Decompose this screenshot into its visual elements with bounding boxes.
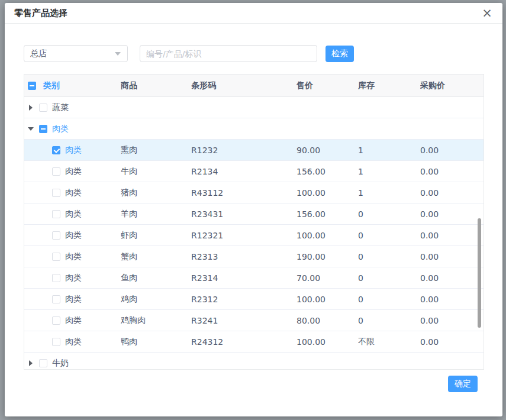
category-label: 蔬菜 <box>52 102 69 113</box>
table-row[interactable]: 肉类鱼肉R231470.0000.00 <box>24 267 484 289</box>
cell-barcode: R2314 <box>191 273 296 283</box>
row-checkbox[interactable] <box>52 167 60 176</box>
dialog-title: 零售产品选择 <box>14 3 67 24</box>
category-label: 肉类 <box>52 124 69 134</box>
column-header-stock-cell: 库存 <box>358 80 420 91</box>
cell-category: 肉类 <box>24 230 121 241</box>
cell-product: 虾肉 <box>121 230 191 241</box>
cell-barcode: R2134 <box>191 167 296 176</box>
close-icon[interactable]: × <box>479 5 495 21</box>
table-row[interactable]: 肉类虾肉R12321100.0000.00 <box>24 225 484 246</box>
cell-product: 鱼肉 <box>121 273 191 283</box>
row-checkbox[interactable] <box>52 338 60 346</box>
cell-product: 鸭肉 <box>121 337 191 347</box>
row-checkbox[interactable] <box>52 295 60 303</box>
cell-category: 肉类 <box>24 166 121 177</box>
cell-stock: 1 <box>358 167 420 176</box>
cell-category: 肉类 <box>24 315 121 326</box>
expand-icon[interactable] <box>29 105 33 111</box>
search-input[interactable] <box>140 45 317 62</box>
cell-barcode: R2313 <box>191 252 296 261</box>
table-row[interactable]: 肉类羊肉R23431156.0000.00 <box>24 203 484 225</box>
column-header-price-cell: 售价 <box>296 80 358 91</box>
column-header-category-cell: 类别 <box>24 80 121 91</box>
cell-barcode: R3241 <box>191 316 296 325</box>
cell-product: 鸡胸肉 <box>121 315 191 326</box>
row-checkbox[interactable] <box>52 316 60 325</box>
cell-product: 鸡肉 <box>121 294 191 305</box>
cell-barcode: R24312 <box>191 337 296 347</box>
table-row[interactable]: 蔬菜 <box>24 97 484 118</box>
category-label: 肉类 <box>65 209 82 219</box>
category-label: 肉类 <box>65 273 82 283</box>
cell-purchase: 0.00 <box>420 231 484 240</box>
chevron-down-icon <box>115 52 121 56</box>
cell-category: 牛奶 <box>24 358 121 369</box>
cell-barcode: R43112 <box>191 188 296 198</box>
cell-stock: 0 <box>358 273 420 283</box>
cell-price: 156.00 <box>296 167 358 176</box>
row-checkbox[interactable] <box>52 210 60 218</box>
cell-stock: 1 <box>358 188 420 198</box>
table-row[interactable]: 牛奶 <box>24 353 484 370</box>
product-select-dialog: 零售产品选择 × 总店 检索 类别 商品 条形码 售价 库存 <box>5 3 502 416</box>
store-select-value: 总店 <box>30 46 47 62</box>
cell-product: 熏肉 <box>121 145 191 156</box>
select-all-checkbox[interactable] <box>28 82 36 90</box>
cell-price: 100.00 <box>296 188 358 198</box>
cell-price: 156.00 <box>296 209 358 219</box>
category-label: 肉类 <box>65 251 82 262</box>
cell-price: 70.00 <box>296 273 358 283</box>
cell-purchase: 0.00 <box>420 252 484 261</box>
cell-category: 肉类 <box>24 209 121 219</box>
category-label: 肉类 <box>65 294 82 305</box>
cell-category: 肉类 <box>24 145 121 156</box>
row-checkbox[interactable] <box>52 274 60 282</box>
search-button[interactable]: 检索 <box>325 46 354 62</box>
table-row[interactable]: 肉类猪肉R43112100.0010.00 <box>24 182 484 203</box>
product-table: 类别 商品 条形码 售价 库存 采购价 蔬菜肉类肉类熏肉R123290.0010… <box>24 74 484 370</box>
cell-price: 100.00 <box>296 295 358 304</box>
row-checkbox[interactable] <box>39 359 47 367</box>
store-select[interactable]: 总店 <box>24 45 128 62</box>
cell-stock: 1 <box>358 146 420 155</box>
cell-purchase: 0.00 <box>420 146 484 155</box>
table-scrollbar[interactable] <box>478 218 481 328</box>
category-label: 肉类 <box>65 166 82 177</box>
row-checkbox[interactable] <box>52 253 60 261</box>
cell-category: 肉类 <box>24 273 121 283</box>
cell-category: 蔬菜 <box>24 102 121 113</box>
cell-product: 羊肉 <box>121 209 191 219</box>
confirm-button[interactable]: 确定 <box>448 376 478 392</box>
table-header: 类别 商品 条形码 售价 库存 采购价 <box>24 75 484 97</box>
table-row[interactable]: 肉类熏肉R123290.0010.00 <box>24 140 484 161</box>
column-header-price: 售价 <box>296 80 313 90</box>
category-label: 肉类 <box>65 188 82 198</box>
cell-product: 猪肉 <box>121 188 191 198</box>
cell-purchase: 0.00 <box>420 273 484 283</box>
table-row[interactable]: 肉类鸡肉R2312100.0000.00 <box>24 289 484 310</box>
expand-icon[interactable] <box>29 360 33 366</box>
table-row[interactable]: 肉类鸡胸肉R324180.0000.00 <box>24 310 484 331</box>
cell-purchase: 0.00 <box>420 209 484 219</box>
cell-category: 肉类 <box>24 124 121 134</box>
collapse-icon[interactable] <box>28 127 34 131</box>
table-row[interactable]: 肉类蟹肉R2313190.0000.00 <box>24 246 484 267</box>
table-row[interactable]: 肉类鸭肉R24312100.00不限0.00 <box>24 331 484 353</box>
category-label: 肉类 <box>65 145 82 156</box>
dialog-header: 零售产品选择 × <box>5 3 502 24</box>
cell-price: 190.00 <box>296 252 358 261</box>
column-header-product: 商品 <box>121 80 137 90</box>
cell-category: 肉类 <box>24 337 121 347</box>
table-row[interactable]: 肉类 <box>24 118 484 140</box>
row-checkbox[interactable] <box>52 231 60 240</box>
cell-price: 100.00 <box>296 337 358 347</box>
row-checkbox[interactable] <box>39 104 47 112</box>
row-checkbox[interactable] <box>52 146 60 154</box>
row-checkbox[interactable] <box>52 189 60 197</box>
cell-purchase: 0.00 <box>420 295 484 304</box>
cell-price: 90.00 <box>296 146 358 155</box>
cell-stock: 0 <box>358 295 420 304</box>
row-checkbox[interactable] <box>39 125 47 133</box>
table-row[interactable]: 肉类牛肉R2134156.0010.00 <box>24 161 484 182</box>
